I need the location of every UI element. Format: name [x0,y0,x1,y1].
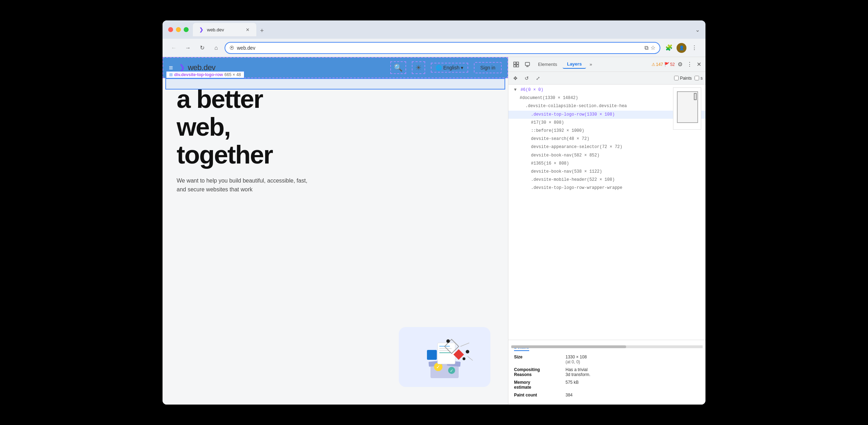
tab-bar: ❯ web.dev ✕ + [193,23,691,36]
tree-node-6: devsite-appearance-selector(72 × 72) [531,144,622,149]
tree-item-9[interactable]: devsite-book-nav(538 × 1122) [508,168,705,176]
new-tab-button[interactable]: + [256,25,268,36]
sign-in-button[interactable]: Sign in [474,62,502,73]
details-size-value: 1330 × 108 (at 0, 0) [566,355,587,364]
warning-icon: ⚠ [652,62,655,67]
heading-line-3: together [177,141,494,169]
devtools-details: Details Size 1330 × 108 (at 0, 0) Compos… [508,340,705,405]
traffic-light-green[interactable] [184,27,189,32]
traffic-lights [168,27,189,32]
element-label-icon: ⊞ [169,72,173,77]
devtools-tab-elements[interactable]: Elements [534,60,561,68]
main-area: ≡ ❯ web.dev 🔍 ☀ 🌐 English [163,57,705,405]
reload-button[interactable]: ↻ [196,42,208,54]
tree-node-root: #6(0 × 0) [520,87,543,92]
svg-point-14 [446,339,450,343]
errors-badge[interactable]: 🚩 52 [664,62,675,67]
traffic-light-red[interactable] [168,27,173,32]
element-label-tooltip: ⊞ div.devsite-top-logo-row 665 × 48 [166,71,244,78]
avatar-button[interactable]: 👤 [676,42,687,54]
details-size-row: Size 1330 × 108 (at 0, 0) [514,355,700,364]
devtools-scrollbar-thumb[interactable] [511,345,626,348]
layer-rotate-button[interactable]: ↺ [522,74,531,82]
layer-move-button[interactable]: ✥ [511,74,520,82]
svg-text:✓: ✓ [436,364,440,370]
devtools-settings-button[interactable]: ⚙ [676,60,684,69]
elements-tab-label: Elements [538,62,557,67]
brightness-icon-button[interactable]: ☀ [412,61,425,74]
nav-right-buttons: 🧩 👤 ⋮ [663,42,700,54]
details-memory-value: 575 kB [566,380,579,385]
globe-icon: 🌐 [436,65,442,70]
devtools-close-button[interactable]: ✕ [695,60,703,69]
resize-icon: ⤢ [536,75,540,81]
tree-item-7[interactable]: devsite-book-nav(582 × 852) [508,152,705,160]
tree-item-8[interactable]: #1365(16 × 808) [508,160,705,168]
details-compositing-value: Has a trivial3d transform. [566,367,591,377]
open-external-icon[interactable]: ⧉ [644,45,648,51]
inspect-icon [513,62,519,67]
tab-close-button[interactable]: ✕ [244,26,251,33]
devtools-toolbar: Elements Layers » ⚠ 147 🚩 52 [508,57,705,72]
tree-item-11[interactable]: .devsite-top-logo-row-wrapper-wrappe [508,184,705,192]
tree-node-7: devsite-book-nav(582 × 852) [531,153,599,158]
extensions-button[interactable]: 🧩 [663,42,674,54]
language-label: English [443,65,459,70]
tree-node-8: #1365(16 × 808) [531,161,569,166]
language-selector[interactable]: 🌐 English ▾ [431,63,468,73]
devtools-badges: ⚠ 147 🚩 52 [652,62,675,67]
tree-node-11: .devsite-top-logo-row-wrapper-wrappe [531,185,622,190]
layer-resize-button[interactable]: ⤢ [534,74,542,82]
browser-window: ❯ web.dev ✕ + ⌄ ← → ↻ ⌂ ⦿ web.dev ⧉ ☆ 🧩 [163,20,705,405]
size-value-text: 1330 × 108 [566,355,587,359]
paints-label: Paints [680,76,692,81]
devtools-inspect-button[interactable] [511,60,521,69]
tree-item-5[interactable]: devsite-search(48 × 72) [508,135,705,143]
illustration-svg: ✓ ✓ [409,332,480,382]
svg-rect-21 [516,62,519,64]
tree-node-3: #17(30 × 808) [531,120,564,125]
details-memory-row: Memoryestimate 575 kB [514,380,700,390]
forward-button[interactable]: → [182,42,194,54]
devtools-panel: Elements Layers » ⚠ 147 🚩 52 [508,57,705,405]
search-icon-button[interactable]: 🔍 [390,61,406,74]
paints-checkbox[interactable] [674,76,679,80]
devtools-tab-layers[interactable]: Layers [563,60,586,69]
back-button[interactable]: ← [168,42,179,54]
webpage-area: ≡ ❯ web.dev 🔍 ☀ 🌐 English [163,57,508,405]
size-sub-text: (at 0, 0) [566,359,580,364]
brightness-icon: ☀ [415,64,422,72]
details-memory-label: Memoryestimate [514,380,560,390]
svg-rect-11 [439,352,451,353]
tree-item-10[interactable]: .devsite-mobile-header(522 × 108) [508,176,705,184]
address-bar[interactable]: ⦿ web.dev ⧉ ☆ [225,42,660,54]
address-actions: ⧉ ☆ [644,44,655,51]
scroll-checkbox[interactable] [695,76,699,80]
url-display: web.dev [237,45,642,51]
devtools-secondary-toolbar: ✥ ↺ ⤢ Paints s [508,72,705,85]
language-dropdown-icon: ▾ [461,65,463,70]
browser-tab-active[interactable]: ❯ web.dev ✕ [193,23,256,36]
home-button[interactable]: ⌂ [210,42,222,54]
devtools-device-button[interactable] [522,60,532,69]
tree-arrow-root: ▼ [514,87,516,92]
traffic-light-yellow[interactable] [176,27,181,32]
warnings-badge[interactable]: ⚠ 147 [652,62,663,67]
devtools-more-button[interactable]: ⋮ [685,60,694,69]
layer-preview-inner [673,88,701,129]
window-dropdown-icon[interactable]: ⌄ [695,26,700,33]
scroll-checkbox-container: s [695,76,703,81]
scroll-label: s [701,76,703,81]
bookmark-icon[interactable]: ☆ [650,44,655,51]
devtools-scrollbar[interactable] [511,345,703,348]
hamburger-menu-icon[interactable]: ≡ [169,64,173,72]
svg-line-19 [467,356,473,361]
chrome-menu-button[interactable]: ⋮ [689,42,700,54]
devtools-more-tabs[interactable]: » [587,60,594,68]
warnings-count: 147 [656,62,663,67]
tree-item-6[interactable]: devsite-appearance-selector(72 × 72) [508,143,705,151]
user-avatar: 👤 [677,43,686,53]
tab-title: web.dev [207,27,224,32]
move-icon: ✥ [513,75,518,81]
element-highlight-overlay: ⊞ div.devsite-top-logo-row 665 × 48 [165,78,505,90]
